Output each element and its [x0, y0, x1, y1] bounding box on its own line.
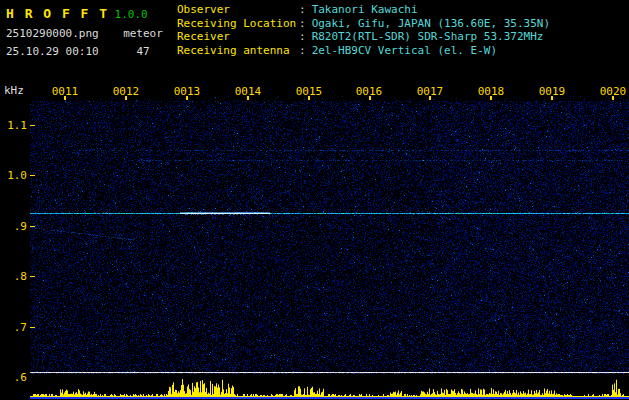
info-colon: : [299, 44, 306, 57]
info-row-receiver: Receiver:R820T2(RTL-SDR) SDR-Sharp 53.37… [177, 30, 550, 44]
freq-tick-label: 1.1 [0, 119, 27, 132]
freq-tick-label: .6 [0, 371, 27, 384]
info-value: R820T2(RTL-SDR) SDR-Sharp 53.372MHz [312, 30, 544, 43]
info-value: Takanori Kawachi [312, 3, 418, 16]
info-value: 2el-HB9CV Vertical (el. E-W) [312, 44, 497, 57]
echo-count: 47 [120, 45, 166, 58]
info-label: Receiving Location [177, 17, 299, 31]
title-row: H R O F F T1.0.0 [6, 3, 166, 22]
info-colon: : [299, 30, 306, 43]
app-title: H R O F F T [6, 6, 109, 21]
info-label: Receiver [177, 30, 299, 44]
app-version: 1.0.0 [115, 8, 148, 21]
freq-tick-label: .7 [0, 321, 27, 334]
info-label: Observer [177, 3, 299, 17]
spectrogram-canvas [30, 96, 629, 374]
output-filename: 2510290000.png [6, 27, 120, 40]
time-row: 25.10.29 00:1047 [6, 45, 166, 58]
info-label: Receiving antenna [177, 44, 299, 58]
info-colon: : [299, 3, 306, 16]
info-row-antenna: Receiving antenna:2el-HB9CV Vertical (el… [177, 44, 550, 58]
header-left: H R O F F T1.0.0 2510290000.pngmeteor 25… [6, 3, 166, 58]
info-value: Ogaki, Gifu, JAPAN (136.60E, 35.35N) [312, 17, 550, 30]
info-row-location: Receiving Location:Ogaki, Gifu, JAPAN (1… [177, 17, 550, 31]
freq-tick-label: 1.0 [0, 169, 27, 182]
freq-tick-label: .8 [0, 270, 27, 283]
info-colon: : [299, 17, 306, 30]
file-row: 2510290000.pngmeteor [6, 27, 166, 40]
mode-label: meteor [120, 27, 166, 40]
freq-tick-label: .9 [0, 220, 27, 233]
hrofft-output-window: H R O F F T1.0.0 2510290000.pngmeteor 25… [0, 0, 629, 400]
station-info-panel: Observer:Takanori Kawachi Receiving Loca… [177, 3, 550, 57]
signal-level-meter-canvas [30, 374, 629, 400]
current-datetime: 25.10.29 00:10 [6, 45, 120, 58]
info-row-observer: Observer:Takanori Kawachi [177, 3, 550, 17]
